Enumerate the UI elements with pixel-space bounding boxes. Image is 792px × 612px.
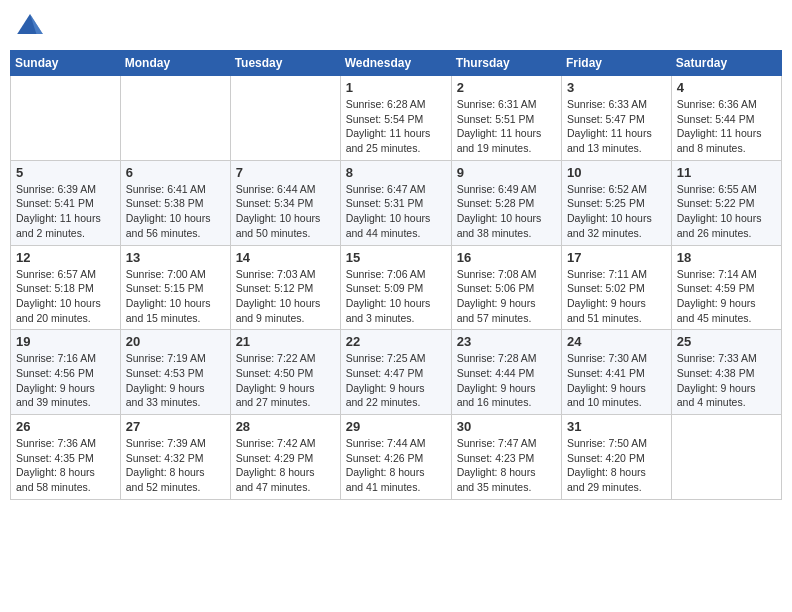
day-number: 12 xyxy=(16,250,115,265)
calendar-cell: 21Sunrise: 7:22 AMSunset: 4:50 PMDayligh… xyxy=(230,330,340,415)
day-info: Sunrise: 7:30 AMSunset: 4:41 PMDaylight:… xyxy=(567,351,666,410)
calendar-cell: 27Sunrise: 7:39 AMSunset: 4:32 PMDayligh… xyxy=(120,415,230,500)
day-number: 16 xyxy=(457,250,556,265)
day-number: 1 xyxy=(346,80,446,95)
day-info: Sunrise: 6:36 AMSunset: 5:44 PMDaylight:… xyxy=(677,97,776,156)
day-info: Sunrise: 7:25 AMSunset: 4:47 PMDaylight:… xyxy=(346,351,446,410)
day-number: 11 xyxy=(677,165,776,180)
day-number: 28 xyxy=(236,419,335,434)
day-info: Sunrise: 7:33 AMSunset: 4:38 PMDaylight:… xyxy=(677,351,776,410)
day-number: 6 xyxy=(126,165,225,180)
calendar-cell: 18Sunrise: 7:14 AMSunset: 4:59 PMDayligh… xyxy=(671,245,781,330)
day-number: 15 xyxy=(346,250,446,265)
calendar-week-row: 19Sunrise: 7:16 AMSunset: 4:56 PMDayligh… xyxy=(11,330,782,415)
day-info: Sunrise: 7:36 AMSunset: 4:35 PMDaylight:… xyxy=(16,436,115,495)
day-number: 20 xyxy=(126,334,225,349)
day-number: 18 xyxy=(677,250,776,265)
day-info: Sunrise: 6:33 AMSunset: 5:47 PMDaylight:… xyxy=(567,97,666,156)
day-info: Sunrise: 6:55 AMSunset: 5:22 PMDaylight:… xyxy=(677,182,776,241)
day-info: Sunrise: 6:57 AMSunset: 5:18 PMDaylight:… xyxy=(16,267,115,326)
calendar-cell: 4Sunrise: 6:36 AMSunset: 5:44 PMDaylight… xyxy=(671,76,781,161)
day-number: 8 xyxy=(346,165,446,180)
day-number: 21 xyxy=(236,334,335,349)
day-number: 4 xyxy=(677,80,776,95)
page-header xyxy=(10,10,782,42)
day-number: 26 xyxy=(16,419,115,434)
day-info: Sunrise: 7:14 AMSunset: 4:59 PMDaylight:… xyxy=(677,267,776,326)
calendar-cell xyxy=(120,76,230,161)
calendar-table: SundayMondayTuesdayWednesdayThursdayFrid… xyxy=(10,50,782,500)
calendar-cell xyxy=(230,76,340,161)
calendar-cell: 19Sunrise: 7:16 AMSunset: 4:56 PMDayligh… xyxy=(11,330,121,415)
calendar-week-row: 12Sunrise: 6:57 AMSunset: 5:18 PMDayligh… xyxy=(11,245,782,330)
day-info: Sunrise: 7:42 AMSunset: 4:29 PMDaylight:… xyxy=(236,436,335,495)
calendar-header-row: SundayMondayTuesdayWednesdayThursdayFrid… xyxy=(11,51,782,76)
day-info: Sunrise: 6:44 AMSunset: 5:34 PMDaylight:… xyxy=(236,182,335,241)
day-of-week-header: Friday xyxy=(562,51,672,76)
calendar-cell: 17Sunrise: 7:11 AMSunset: 5:02 PMDayligh… xyxy=(562,245,672,330)
calendar-cell: 28Sunrise: 7:42 AMSunset: 4:29 PMDayligh… xyxy=(230,415,340,500)
day-info: Sunrise: 7:44 AMSunset: 4:26 PMDaylight:… xyxy=(346,436,446,495)
day-of-week-header: Wednesday xyxy=(340,51,451,76)
day-number: 31 xyxy=(567,419,666,434)
calendar-cell xyxy=(11,76,121,161)
calendar-cell: 1Sunrise: 6:28 AMSunset: 5:54 PMDaylight… xyxy=(340,76,451,161)
day-of-week-header: Monday xyxy=(120,51,230,76)
calendar-cell: 7Sunrise: 6:44 AMSunset: 5:34 PMDaylight… xyxy=(230,160,340,245)
calendar-cell: 9Sunrise: 6:49 AMSunset: 5:28 PMDaylight… xyxy=(451,160,561,245)
calendar-cell: 24Sunrise: 7:30 AMSunset: 4:41 PMDayligh… xyxy=(562,330,672,415)
day-info: Sunrise: 7:00 AMSunset: 5:15 PMDaylight:… xyxy=(126,267,225,326)
day-info: Sunrise: 6:31 AMSunset: 5:51 PMDaylight:… xyxy=(457,97,556,156)
calendar-cell: 2Sunrise: 6:31 AMSunset: 5:51 PMDaylight… xyxy=(451,76,561,161)
day-number: 9 xyxy=(457,165,556,180)
calendar-cell: 13Sunrise: 7:00 AMSunset: 5:15 PMDayligh… xyxy=(120,245,230,330)
calendar-cell: 11Sunrise: 6:55 AMSunset: 5:22 PMDayligh… xyxy=(671,160,781,245)
calendar-week-row: 1Sunrise: 6:28 AMSunset: 5:54 PMDaylight… xyxy=(11,76,782,161)
day-number: 25 xyxy=(677,334,776,349)
day-info: Sunrise: 7:50 AMSunset: 4:20 PMDaylight:… xyxy=(567,436,666,495)
day-info: Sunrise: 7:22 AMSunset: 4:50 PMDaylight:… xyxy=(236,351,335,410)
calendar-cell: 22Sunrise: 7:25 AMSunset: 4:47 PMDayligh… xyxy=(340,330,451,415)
calendar-cell: 25Sunrise: 7:33 AMSunset: 4:38 PMDayligh… xyxy=(671,330,781,415)
day-number: 2 xyxy=(457,80,556,95)
calendar-cell: 29Sunrise: 7:44 AMSunset: 4:26 PMDayligh… xyxy=(340,415,451,500)
day-number: 22 xyxy=(346,334,446,349)
calendar-cell xyxy=(671,415,781,500)
day-of-week-header: Thursday xyxy=(451,51,561,76)
calendar-cell: 26Sunrise: 7:36 AMSunset: 4:35 PMDayligh… xyxy=(11,415,121,500)
day-info: Sunrise: 7:28 AMSunset: 4:44 PMDaylight:… xyxy=(457,351,556,410)
day-number: 17 xyxy=(567,250,666,265)
day-info: Sunrise: 6:47 AMSunset: 5:31 PMDaylight:… xyxy=(346,182,446,241)
day-number: 3 xyxy=(567,80,666,95)
day-of-week-header: Saturday xyxy=(671,51,781,76)
day-info: Sunrise: 7:47 AMSunset: 4:23 PMDaylight:… xyxy=(457,436,556,495)
calendar-cell: 20Sunrise: 7:19 AMSunset: 4:53 PMDayligh… xyxy=(120,330,230,415)
day-number: 14 xyxy=(236,250,335,265)
day-info: Sunrise: 7:19 AMSunset: 4:53 PMDaylight:… xyxy=(126,351,225,410)
day-info: Sunrise: 6:41 AMSunset: 5:38 PMDaylight:… xyxy=(126,182,225,241)
day-of-week-header: Tuesday xyxy=(230,51,340,76)
calendar-cell: 8Sunrise: 6:47 AMSunset: 5:31 PMDaylight… xyxy=(340,160,451,245)
day-number: 24 xyxy=(567,334,666,349)
calendar-cell: 12Sunrise: 6:57 AMSunset: 5:18 PMDayligh… xyxy=(11,245,121,330)
calendar-cell: 31Sunrise: 7:50 AMSunset: 4:20 PMDayligh… xyxy=(562,415,672,500)
calendar-week-row: 26Sunrise: 7:36 AMSunset: 4:35 PMDayligh… xyxy=(11,415,782,500)
day-number: 10 xyxy=(567,165,666,180)
day-number: 27 xyxy=(126,419,225,434)
day-info: Sunrise: 7:03 AMSunset: 5:12 PMDaylight:… xyxy=(236,267,335,326)
day-info: Sunrise: 7:06 AMSunset: 5:09 PMDaylight:… xyxy=(346,267,446,326)
day-number: 5 xyxy=(16,165,115,180)
day-number: 29 xyxy=(346,419,446,434)
day-info: Sunrise: 6:49 AMSunset: 5:28 PMDaylight:… xyxy=(457,182,556,241)
calendar-cell: 10Sunrise: 6:52 AMSunset: 5:25 PMDayligh… xyxy=(562,160,672,245)
calendar-cell: 3Sunrise: 6:33 AMSunset: 5:47 PMDaylight… xyxy=(562,76,672,161)
day-info: Sunrise: 6:28 AMSunset: 5:54 PMDaylight:… xyxy=(346,97,446,156)
calendar-week-row: 5Sunrise: 6:39 AMSunset: 5:41 PMDaylight… xyxy=(11,160,782,245)
calendar-cell: 15Sunrise: 7:06 AMSunset: 5:09 PMDayligh… xyxy=(340,245,451,330)
day-info: Sunrise: 7:16 AMSunset: 4:56 PMDaylight:… xyxy=(16,351,115,410)
day-number: 23 xyxy=(457,334,556,349)
calendar-cell: 6Sunrise: 6:41 AMSunset: 5:38 PMDaylight… xyxy=(120,160,230,245)
logo-icon xyxy=(14,10,46,42)
day-number: 30 xyxy=(457,419,556,434)
calendar-cell: 14Sunrise: 7:03 AMSunset: 5:12 PMDayligh… xyxy=(230,245,340,330)
